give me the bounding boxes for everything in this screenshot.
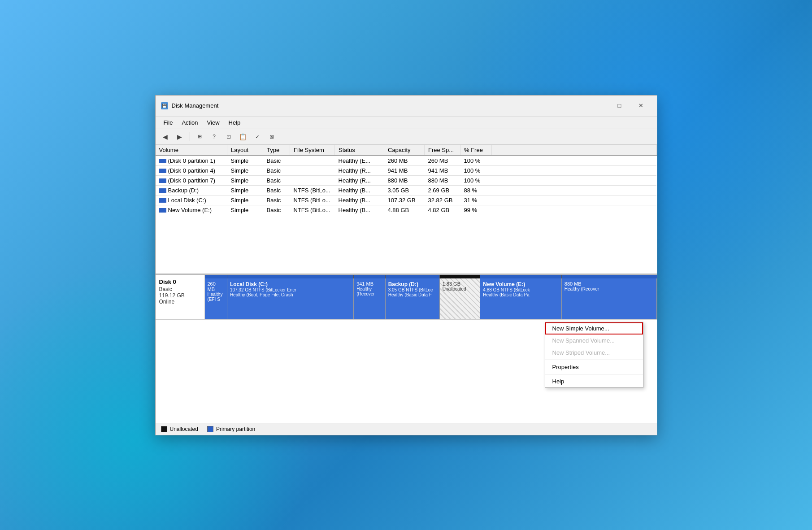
partition-unallocated[interactable]: 1.83 GB Unallocated <box>440 278 481 319</box>
cell-type: Basic <box>263 175 290 185</box>
col-type[interactable]: Type <box>263 145 290 156</box>
cell-status: Healthy (B... <box>335 195 384 205</box>
col-free[interactable]: Free Sp... <box>425 145 460 156</box>
toolbar-btn-1[interactable]: ⊞ <box>194 131 206 143</box>
cell-type: Basic <box>263 205 290 215</box>
forward-button[interactable]: ▶ <box>174 131 186 143</box>
legend-unallocated-label: Unallocated <box>170 426 198 432</box>
cell-extra <box>492 185 657 195</box>
cell-layout: Simple <box>227 195 263 205</box>
cell-extra <box>492 165 657 175</box>
context-menu-help[interactable]: Help <box>545 375 643 387</box>
col-status[interactable]: Status <box>335 145 384 156</box>
menu-view[interactable]: View <box>203 117 224 128</box>
table-row[interactable]: (Disk 0 partition 1) Simple Basic Health… <box>156 156 657 166</box>
toolbar-btn-4[interactable]: 📋 <box>237 131 249 143</box>
cell-capacity: 3.05 GB <box>384 185 425 195</box>
minimize-button[interactable]: — <box>588 99 608 113</box>
partition-d[interactable]: Backup (D:) 3.05 GB NTFS (BitLoc Healthy… <box>386 278 440 319</box>
toolbar-btn-2[interactable]: ? <box>208 131 221 143</box>
cell-pct: 100 % <box>460 156 492 166</box>
table-row[interactable]: Backup (D:) Simple Basic NTFS (BitLo... … <box>156 185 657 195</box>
cell-status: Healthy (E... <box>335 156 384 166</box>
menu-action[interactable]: Action <box>177 117 202 128</box>
table-row[interactable]: (Disk 0 partition 7) Simple Basic Health… <box>156 175 657 185</box>
cell-volume: New Volume (E:) <box>156 205 227 215</box>
partition-efi[interactable]: 260 MB Healthy (EFI S <box>205 278 227 319</box>
table-container: Volume Layout Type File System Status Ca… <box>156 145 657 215</box>
legend-primary: Primary partition <box>207 426 255 432</box>
table-row[interactable]: New Volume (E:) Simple Basic NTFS (BitLo… <box>156 205 657 215</box>
cell-free: 2.69 GB <box>425 185 460 195</box>
col-extra <box>492 145 657 156</box>
cell-extra <box>492 175 657 185</box>
cell-pct: 100 % <box>460 175 492 185</box>
cell-volume: Local Disk (C:) <box>156 195 227 205</box>
disk-map-section: Disk 0 Basic 119.12 GB Online <box>156 275 657 423</box>
partition-e[interactable]: New Volume (E:) 4.88 GB NTFS (BitLock He… <box>480 278 561 319</box>
context-menu-properties[interactable]: Properties <box>545 361 643 373</box>
legend-unallocated: Unallocated <box>161 426 198 432</box>
back-button[interactable]: ◀ <box>159 131 172 143</box>
context-menu-new-striped: New Striped Volume... <box>545 347 643 359</box>
disk-size: 119.12 GB <box>159 292 201 299</box>
toolbar-btn-3[interactable]: ⊡ <box>222 131 235 143</box>
cell-status: Healthy (R... <box>335 175 384 185</box>
volume-table-section: Volume Layout Type File System Status Ca… <box>156 145 657 275</box>
menu-bar: File Action View Help <box>156 117 657 129</box>
partition-c[interactable]: Local Disk (C:) 107.32 GB NTFS (BitLocke… <box>227 278 354 319</box>
cell-volume: (Disk 0 partition 7) <box>156 175 227 185</box>
cell-fs: NTFS (BitLo... <box>290 195 335 205</box>
cell-volume: (Disk 0 partition 1) <box>156 156 227 166</box>
cell-type: Basic <box>263 165 290 175</box>
context-menu-separator <box>545 360 643 360</box>
cell-layout: Simple <box>227 156 263 166</box>
toolbar-separator <box>190 132 190 141</box>
menu-file[interactable]: File <box>159 117 178 128</box>
cell-fs: NTFS (BitLo... <box>290 185 335 195</box>
legend-primary-box <box>207 426 213 432</box>
cell-capacity: 4.88 GB <box>384 205 425 215</box>
toolbar-btn-6[interactable]: ⊠ <box>265 131 278 143</box>
close-button[interactable]: ✕ <box>631 99 651 113</box>
table-row[interactable]: (Disk 0 partition 4) Simple Basic Health… <box>156 165 657 175</box>
cell-extra <box>492 156 657 166</box>
col-layout[interactable]: Layout <box>227 145 263 156</box>
col-volume[interactable]: Volume <box>156 145 227 156</box>
title-bar-left: 💾 Disk Management <box>161 102 219 109</box>
context-menu: New Simple Volume... New Spanned Volume.… <box>545 322 643 388</box>
menu-help[interactable]: Help <box>224 117 245 128</box>
partition-recovery1[interactable]: 941 MB Healthy (Recover <box>354 278 386 319</box>
col-fs[interactable]: File System <box>290 145 335 156</box>
context-menu-new-simple[interactable]: New Simple Volume... <box>545 322 643 335</box>
cell-type: Basic <box>263 185 290 195</box>
volume-table: Volume Layout Type File System Status Ca… <box>156 145 657 215</box>
disk-type: Basic <box>159 286 201 292</box>
cell-capacity: 260 MB <box>384 156 425 166</box>
cell-layout: Simple <box>227 175 263 185</box>
table-row[interactable]: Local Disk (C:) Simple Basic NTFS (BitLo… <box>156 195 657 205</box>
partition-recovery2[interactable]: 880 MB Healthy (Recover <box>562 278 657 319</box>
cell-free: 941 MB <box>425 165 460 175</box>
cell-layout: Simple <box>227 185 263 195</box>
cell-free: 4.82 GB <box>425 205 460 215</box>
disk-name: Disk 0 <box>159 278 201 285</box>
disk-info: Disk 0 Basic 119.12 GB Online <box>156 275 205 319</box>
legend-unallocated-box <box>161 426 167 432</box>
cell-fs <box>290 165 335 175</box>
cell-pct: 88 % <box>460 185 492 195</box>
cell-capacity: 941 MB <box>384 165 425 175</box>
toolbar-btn-5[interactable]: ✓ <box>251 131 264 143</box>
col-capacity[interactable]: Capacity <box>384 145 425 156</box>
cell-capacity: 107.32 GB <box>384 195 425 205</box>
col-pct[interactable]: % Free <box>460 145 492 156</box>
cell-type: Basic <box>263 156 290 166</box>
cell-volume: Backup (D:) <box>156 185 227 195</box>
cell-extra <box>492 205 657 215</box>
context-menu-separator-2 <box>545 374 643 374</box>
cell-fs <box>290 175 335 185</box>
app-icon: 💾 <box>161 102 168 109</box>
disk-status: Online <box>159 299 201 305</box>
cell-extra <box>492 195 657 205</box>
maximize-button[interactable]: □ <box>609 99 630 113</box>
